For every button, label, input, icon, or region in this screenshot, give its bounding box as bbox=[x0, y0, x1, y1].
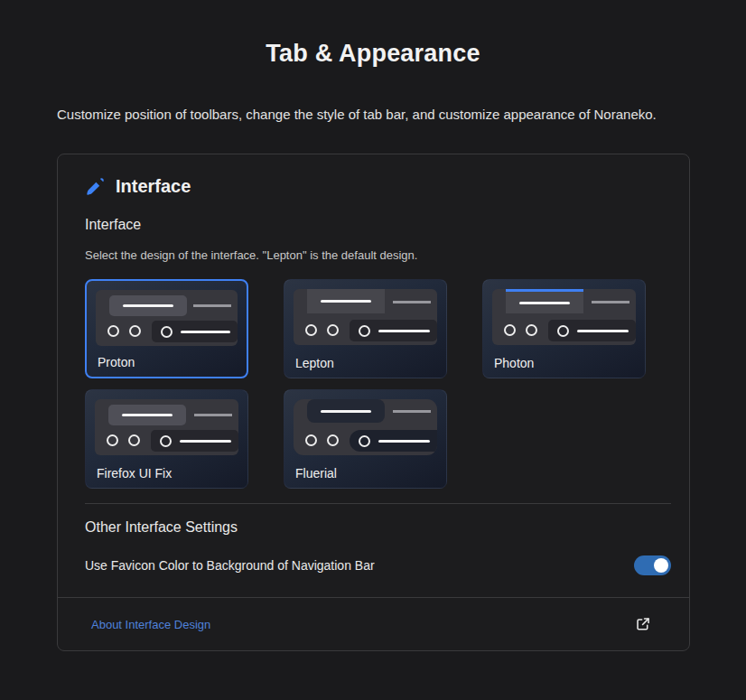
design-option-label: Lepton bbox=[295, 356, 446, 370]
design-preview bbox=[492, 289, 636, 345]
design-option-label: Proton bbox=[98, 355, 247, 369]
toggle-knob bbox=[654, 558, 668, 573]
interface-card: Interface Interface Select the design of… bbox=[57, 154, 690, 651]
design-preview bbox=[294, 289, 437, 345]
design-options-grid: Proton Lepton Photon bbox=[85, 279, 671, 489]
favicon-color-setting-row: Use Favicon Color to Background of Navig… bbox=[85, 555, 671, 584]
favicon-color-toggle[interactable] bbox=[634, 555, 671, 575]
design-preview bbox=[294, 399, 437, 455]
design-option-label: Fluerial bbox=[295, 466, 446, 481]
design-option-firefox-ui-fix[interactable]: Firefox UI Fix bbox=[85, 389, 248, 489]
interface-card-header: Interface bbox=[85, 176, 671, 197]
design-option-label: Firefox UI Fix bbox=[97, 466, 247, 481]
design-preview bbox=[96, 290, 238, 346]
design-preview bbox=[95, 399, 238, 455]
interface-card-title: Interface bbox=[116, 176, 191, 197]
design-option-proton[interactable]: Proton bbox=[85, 279, 248, 378]
design-group-title: Interface bbox=[85, 217, 671, 233]
design-option-fluerial[interactable]: Fluerial bbox=[284, 389, 447, 489]
design-group-description: Select the design of the interface. "Lep… bbox=[85, 248, 671, 262]
favicon-color-toggle-label: Use Favicon Color to Background of Navig… bbox=[85, 558, 375, 573]
paintbrush-icon bbox=[85, 176, 106, 197]
other-settings-title: Other Interface Settings bbox=[85, 519, 671, 536]
section-divider bbox=[85, 503, 671, 504]
design-option-label: Photon bbox=[494, 356, 645, 370]
page-title: Tab & Appearance bbox=[0, 0, 746, 68]
external-link-icon[interactable] bbox=[635, 616, 651, 632]
interface-card-footer: About Interface Design bbox=[58, 597, 689, 650]
design-option-photon[interactable]: Photon bbox=[482, 279, 646, 378]
design-option-lepton[interactable]: Lepton bbox=[284, 279, 447, 378]
page-description: Customize position of toolbars, change t… bbox=[57, 104, 657, 125]
about-interface-design-link[interactable]: About Interface Design bbox=[91, 618, 210, 631]
